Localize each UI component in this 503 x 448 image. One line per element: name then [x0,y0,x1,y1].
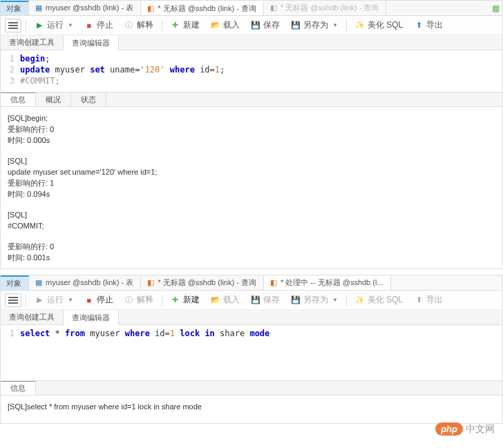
explain-icon: ⓘ [124,295,134,305]
saveas-icon: 💾 [291,295,301,305]
result-tabs: 信息 [1,380,502,396]
query-panel-1: 对象 ▦ myuser @sshdb (link) - 表 ◧ * 无标题 @s… [0,0,503,269]
toolbar: ▶运行▼ ■停止 ⓘ解释 ✚新建 📂载入 💾保存 💾另存为▼ ✨美化 SQL ⬆… [1,291,502,310]
table-icon: ▦ [35,4,43,12]
query-icon: ◧ [146,5,155,13]
tab-query[interactable]: ◧ * 无标题 @sshdb (link) - 查询 [141,275,264,290]
result-tab-info[interactable]: 信息 [1,381,36,395]
subtab-builder[interactable]: 查询创建工具 [1,310,64,324]
tab-table[interactable]: ▦ myuser @sshdb (link) - 表 [29,1,141,15]
menu-button[interactable] [5,19,21,32]
tab-query-2[interactable]: ◧ * 无标题 @sshdb (link) - 查询 [264,1,387,15]
tab-query-processing[interactable]: ◧ * 处理中 -- 无标题 @sshdb (l... [264,275,391,290]
stop-button[interactable]: ■停止 [80,18,117,32]
new-icon: ✚ [171,21,180,30]
stop-button[interactable]: ■停止 [80,293,117,307]
table-icon: ▦ [35,279,43,287]
watermark-text: 中文网 [466,423,495,425]
code-line: 3#COMMIT; [1,75,502,86]
tab-objects[interactable]: 对象 [1,1,29,15]
output-line: 时间: 0.000s [8,135,495,146]
export-icon: ⬆ [414,21,424,30]
result-tab-info[interactable]: 信息 [1,92,36,106]
play-icon: ▶ [35,295,44,305]
subtab-editor[interactable]: 查询编辑器 [64,311,119,325]
output-line: [SQL] [8,209,495,220]
run-button[interactable]: ▶运行▼ [30,293,77,307]
output-line: 受影响的行: 0 [8,124,495,135]
load-button[interactable]: 📂载入 [207,18,244,32]
wand-icon: ✨ [355,21,365,30]
sql-editor[interactable]: 1begin;2update myuser set uname='120' wh… [1,50,502,92]
output-line: 时间: 0.001s [8,252,495,263]
explain-button[interactable]: ⓘ解释 [120,293,158,307]
new-button[interactable]: ✚新建 [167,293,204,307]
saveas-button[interactable]: 💾另存为▼ [287,293,342,307]
result-tab-status[interactable]: 状态 [71,92,106,106]
new-button[interactable]: ✚新建 [167,18,204,32]
explain-icon: ⓘ [124,21,134,30]
line-number: 2 [1,64,20,75]
result-tab-profile[interactable]: 概况 [36,92,71,106]
code-line: 1select * from myuser where id=1 lock in… [1,328,502,339]
code-line: 2update myuser set uname='120' where id=… [1,64,502,75]
result-tabs: 信息 概况 状态 [1,92,502,107]
output-panel: [SQL]begin;受影响的行: 0时间: 0.000s[SQL]update… [1,107,502,269]
code-content: update myuser set uname='120' where id=1… [20,64,502,75]
load-icon: 📂 [211,21,220,30]
saveas-button[interactable]: 💾另存为▼ [287,18,342,32]
output-line: 受影响的行: 0 [8,241,495,252]
line-number: 1 [1,328,20,339]
play-icon: ▶ [35,21,44,30]
chevron-down-icon: ▼ [332,297,338,303]
export-icon: ⬆ [414,295,424,305]
save-button[interactable]: 💾保存 [247,293,284,307]
query-icon: ◧ [269,279,278,287]
stop-icon: ■ [84,295,94,305]
separator [162,20,162,31]
sub-tabs: 查询创建工具 查询编辑器 [1,35,502,50]
menu-button[interactable] [5,293,21,307]
top-tabs: 对象 ▦ myuser @sshdb (link) - 表 ◧ * 无标题 @s… [1,275,502,291]
wand-icon: ✨ [355,295,365,305]
chevron-down-icon: ▼ [68,22,73,28]
beautify-button[interactable]: ✨美化 SQL [351,293,407,307]
top-tabs: 对象 ▦ myuser @sshdb (link) - 表 ◧ * 无标题 @s… [1,1,502,16]
output-block: 受影响的行: 0时间: 0.001s [8,241,495,263]
chevron-down-icon: ▼ [332,22,338,28]
output-block: [SQL]select * from myuser where id=1 loc… [8,401,495,412]
tab-table[interactable]: ▦ myuser @sshdb (link) - 表 [29,275,141,290]
query-icon: ◧ [269,4,278,12]
new-icon: ✚ [171,295,180,305]
sql-editor[interactable]: 1select * from myuser where id=1 lock in… [1,325,502,360]
output-line: 受影响的行: 1 [8,177,495,188]
output-block: [SQL]update myuser set uname='120' where… [8,155,495,199]
save-button[interactable]: 💾保存 [247,18,284,32]
watermark: php 中文网 [435,422,495,424]
export-button[interactable]: ⬆导出 [410,293,447,307]
output-panel: [SQL]select * from myuser where id=1 loc… [1,396,502,423]
output-line: update myuser set uname='120' where id=1… [8,166,495,177]
query-icon: ◧ [146,279,155,287]
stop-icon: ■ [84,21,94,30]
code-content: begin; [20,53,502,64]
output-block: [SQL]begin;受影响的行: 0时间: 0.000s [8,113,495,146]
tab-objects[interactable]: 对象 [1,275,29,290]
subtab-builder[interactable]: 查询创建工具 [1,35,64,50]
php-badge: php [435,422,463,424]
load-button[interactable]: 📂载入 [207,293,244,307]
subtab-editor[interactable]: 查询编辑器 [64,36,119,50]
beautify-button[interactable]: ✨美化 SQL [351,18,407,32]
separator [26,295,26,306]
load-icon: 📂 [211,295,220,305]
run-button[interactable]: ▶运行▼ [30,18,77,32]
output-line: [SQL] [8,155,495,166]
export-button[interactable]: ⬆导出 [410,18,447,32]
corner-icon[interactable]: ▦ [488,1,502,15]
chevron-down-icon: ▼ [68,297,73,303]
tab-query-active[interactable]: ◧ * 无标题 @sshdb (link) - 查询 [141,1,264,15]
output-block: [SQL]#COMMIT; [8,209,495,231]
sub-tabs: 查询创建工具 查询编辑器 [1,310,502,325]
output-line: #COMMIT; [8,220,495,231]
explain-button[interactable]: ⓘ解释 [120,18,158,32]
